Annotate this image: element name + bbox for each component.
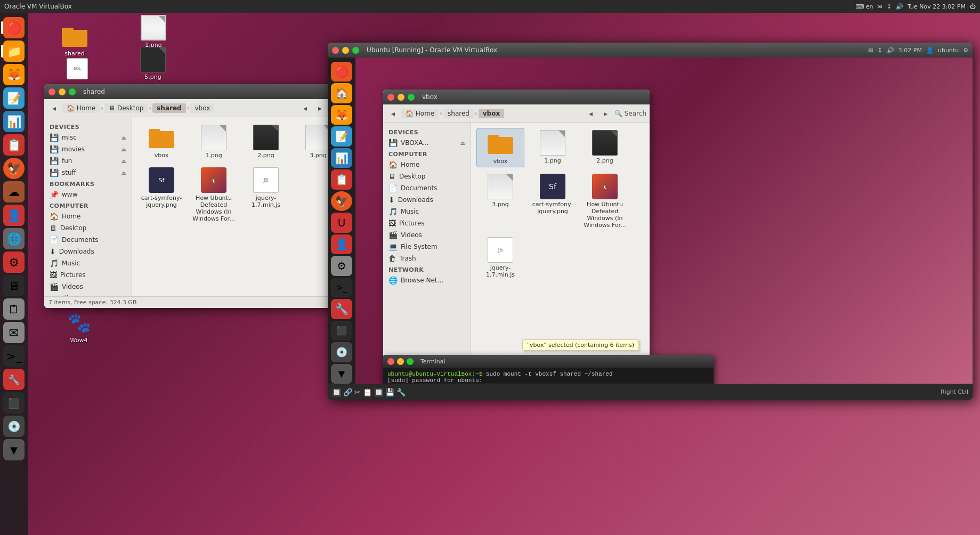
sidebar-item-misc[interactable]: 💾 misc ⏏ [44, 132, 132, 143]
taskbar-writer[interactable]: 📝 [3, 87, 25, 109]
nav-back-button2[interactable]: ◂ [299, 102, 312, 115]
inner-tb-writer[interactable]: 📝 [331, 126, 352, 146]
inner-nav-back[interactable]: ◂ [386, 107, 399, 120]
inner-tb-calc[interactable]: 📊 [331, 148, 352, 168]
taskbar-system[interactable]: ⚙ [3, 252, 25, 273]
file-item-1png[interactable]: 1.png [190, 123, 238, 161]
taskbar-display[interactable]: 🖥 [3, 275, 25, 296]
maximize-button[interactable] [69, 88, 76, 95]
terminal-min[interactable] [397, 358, 404, 365]
vbox-status-icon-5[interactable]: 🔲 [374, 388, 383, 396]
taskbar-vm[interactable]: ⬛ [3, 392, 25, 414]
inner-sidebar-videos[interactable]: 🎬 Videos [383, 229, 471, 241]
inner-tb-firefox[interactable]: 🦊 [331, 105, 352, 125]
taskbar-calc[interactable]: 📊 [3, 111, 25, 132]
inner-tb-scroll[interactable]: ▼ [331, 364, 352, 384]
inner-fm-min[interactable] [398, 94, 404, 101]
taskbar-settings[interactable]: 🔧 [3, 369, 25, 390]
desktop-icon-1png[interactable]: 1.png [132, 15, 175, 48]
vbox-status-icon-2[interactable]: 🔗 [343, 388, 352, 396]
inner-sidebar-browsenet[interactable]: 🌐 Browse Net... [383, 274, 471, 286]
vbox-maximize-button[interactable] [352, 47, 359, 54]
desktop-icon-5png[interactable]: 5.png [132, 47, 174, 80]
inner-file-vbox[interactable]: vbox [476, 128, 524, 167]
sidebar-item-videos[interactable]: 🎬 Videos [44, 281, 132, 293]
inner-crumb-vbox[interactable]: vbox [479, 109, 504, 118]
vbox-status-icon-6[interactable]: 💾 [385, 388, 394, 396]
sidebar-item-downloads[interactable]: ⬇ Downloads [44, 246, 132, 257]
file-item-vbox[interactable]: vbox [137, 123, 185, 161]
inner-sidebar-home[interactable]: 🏠 Home [383, 159, 471, 171]
inner-sidebar-vboxa[interactable]: 💾 VBOXA... ⏏ [383, 137, 471, 149]
taskbar-browser2[interactable]: 🌐 [3, 228, 25, 249]
inner-file-jquery[interactable]: JS jquery-1.7.min.js [476, 235, 524, 280]
inner-sidebar-downloads[interactable]: ⬇ Downloads [383, 194, 471, 206]
file-item-jquery[interactable]: JS jquery-1.7.min.js [242, 165, 290, 224]
inner-tb-impress[interactable]: 📋 [331, 169, 352, 189]
inner-sidebar-filesystem[interactable]: 💻 File System [383, 241, 471, 253]
sidebar-item-filesystem[interactable]: 💻 File System [44, 293, 132, 296]
taskbar-ubuntu-logo[interactable]: 🔴 [3, 17, 25, 38]
eject-icon-misc[interactable]: ⏏ [122, 135, 126, 141]
inner-nav-forward[interactable]: ▸ [600, 107, 612, 120]
file-item-ubuntu-img[interactable]: 🐧 How Ubuntu Defeated Windows (In Window… [190, 165, 238, 224]
nav-back-button[interactable]: ◂ [47, 102, 60, 115]
inner-tb-vm[interactable]: ⬛ [331, 321, 352, 341]
sidebar-item-documents[interactable]: 📄 Documents [44, 234, 132, 246]
sidebar-item-pictures[interactable]: 🖼 Pictures [44, 269, 132, 281]
eject-icon-stuff[interactable]: ⏏ [122, 170, 126, 176]
crumb-vbox[interactable]: vbox [190, 103, 214, 113]
taskbar-disk[interactable]: 💿 [3, 416, 25, 437]
desktop-icon-wow4[interactable]: 🐾 Wow4 [58, 310, 100, 344]
sidebar-item-fun[interactable]: 💾 fun ⏏ [44, 155, 132, 167]
vbox-status-icon-3[interactable]: ✂ [354, 388, 361, 396]
inner-tb-eagle[interactable]: 🦅 [331, 191, 352, 211]
eject-icon-fun[interactable]: ⏏ [122, 158, 126, 164]
inner-tb-contacts[interactable]: 👤 [331, 234, 352, 254]
eject-icon-movies[interactable]: ⏏ [122, 147, 126, 152]
sidebar-item-stuff[interactable]: 💾 stuff ⏏ [44, 167, 132, 179]
inner-eject-vboxa[interactable]: ⏏ [460, 140, 465, 146]
inner-tb-disk[interactable]: 💿 [331, 342, 352, 362]
taskbar-scroll[interactable]: ▼ [3, 439, 25, 460]
crumb-shared[interactable]: shared [152, 103, 185, 113]
inner-crumb-home[interactable]: 🏠 Home [401, 109, 439, 118]
inner-file-symfony[interactable]: Sf cart-symfony-jquery.png [529, 172, 577, 231]
vbox-close-button[interactable] [332, 47, 339, 54]
inner-file-2png[interactable]: 2.png [581, 128, 629, 167]
vbox-status-icon-7[interactable]: 🔧 [396, 388, 406, 396]
inner-sidebar-desktop[interactable]: 🖥 Desktop [383, 171, 471, 182]
minimize-button[interactable] [59, 88, 66, 95]
inner-crumb-shared[interactable]: shared [443, 109, 474, 118]
sidebar-item-movies[interactable]: 💾 movies ⏏ [44, 143, 132, 155]
inner-sidebar-trash[interactable]: 🗑 Trash [383, 253, 471, 264]
vbox-minimize-button[interactable] [342, 47, 349, 54]
inner-tb-tools[interactable]: 🔧 [331, 299, 352, 319]
taskbar-mail[interactable]: ✉ [3, 322, 25, 343]
inner-fm-close[interactable] [387, 94, 394, 101]
close-button[interactable] [48, 88, 55, 95]
taskbar-impress[interactable]: 📋 [3, 134, 25, 156]
sidebar-item-music[interactable]: 🎵 Music [44, 257, 132, 269]
inner-file-1png[interactable]: 1.png [529, 128, 577, 167]
sidebar-item-desktop[interactable]: 🖥 Desktop [44, 222, 132, 234]
inner-file-ubuntu-img[interactable]: 🐧 How Ubuntu Defeated Windows (In Window… [581, 172, 629, 231]
taskbar-contacts[interactable]: 👤 [3, 205, 25, 226]
inner-fm-max[interactable] [408, 94, 415, 101]
vbox-status-icon-4[interactable]: 📋 [363, 388, 372, 396]
inner-nav-back2[interactable]: ◂ [585, 107, 597, 120]
taskbar-firefox[interactable]: 🦊 [3, 64, 25, 85]
inner-tb-terminal[interactable]: >_ [331, 278, 352, 297]
file-item-2png[interactable]: 2.png [242, 123, 290, 161]
terminal-close[interactable] [387, 358, 394, 365]
inner-file-3png[interactable]: 3.png [476, 172, 524, 231]
inner-tb-ubuntu[interactable]: 🔴 [331, 62, 352, 82]
inner-sidebar-documents[interactable]: 📄 Documents [383, 182, 471, 194]
crumb-desktop[interactable]: 🖥 Desktop [104, 103, 148, 113]
desktop-icon-shared[interactable]: shared [53, 23, 96, 57]
taskbar-terminal[interactable]: >_ [3, 345, 25, 367]
crumb-home[interactable]: 🏠 Home [62, 103, 100, 113]
terminal-max[interactable] [407, 358, 414, 365]
inner-sidebar-music[interactable]: 🎵 Music [383, 206, 471, 217]
taskbar-draw[interactable]: 🦅 [3, 158, 25, 179]
